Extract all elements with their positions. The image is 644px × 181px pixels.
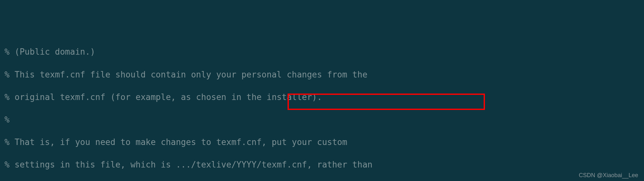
watermark-text: CSDN @Xiaobai__Lee (579, 171, 638, 179)
comment-line-6: % settings in this file, which is .../te… (5, 159, 639, 170)
comment-line-3: % original texmf.cnf (for example, as ch… (5, 92, 639, 103)
comment-line-2: % This texmf.cnf file should contain onl… (5, 69, 639, 80)
comment-line-4: % (5, 114, 639, 125)
comment-line-5: % That is, if you need to make changes t… (5, 137, 639, 148)
comment-line-1: % (Public domain.) (5, 46, 639, 58)
